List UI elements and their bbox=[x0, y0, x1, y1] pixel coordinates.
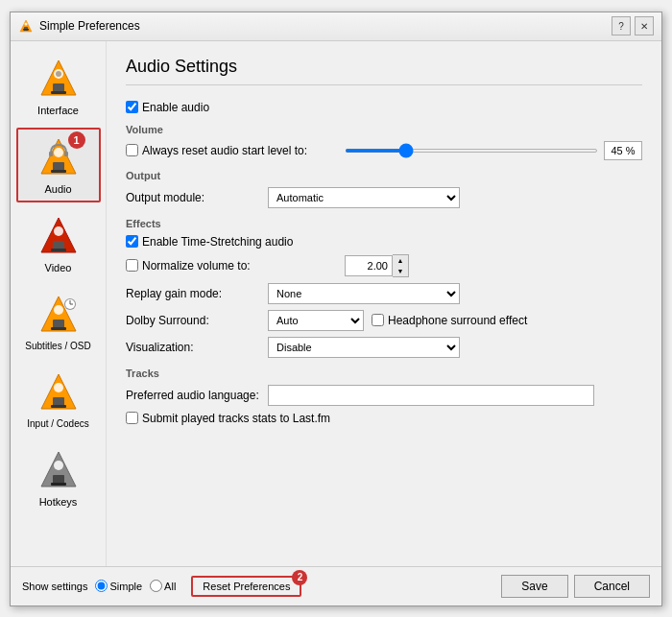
svg-point-30 bbox=[54, 383, 63, 392]
preferred-audio-input[interactable] bbox=[268, 385, 594, 406]
normalize-checkbox[interactable] bbox=[126, 259, 138, 272]
volume-slider-container: 45 % bbox=[345, 141, 642, 160]
time-stretching-label[interactable]: Enable Time-Stretching audio bbox=[126, 235, 293, 249]
normalize-spinbox: ▲ ▼ bbox=[345, 254, 409, 277]
sidebar-video-label: Video bbox=[45, 262, 72, 273]
normalize-label[interactable]: Normalize volume to: bbox=[126, 259, 337, 273]
volume-section: Volume bbox=[126, 124, 642, 135]
show-settings-label: Show settings bbox=[22, 581, 87, 592]
sidebar: Interface 1 Audi bbox=[11, 41, 107, 566]
show-settings: Show settings Simple All Reset Preferenc… bbox=[22, 576, 301, 597]
input-icon bbox=[36, 370, 82, 416]
audio-badge: 1 bbox=[68, 131, 85, 149]
volume-percent: 45 % bbox=[604, 141, 642, 160]
save-button[interactable]: Save bbox=[501, 575, 567, 598]
svg-point-18 bbox=[54, 226, 63, 236]
simple-radio[interactable] bbox=[95, 580, 108, 592]
sidebar-item-input[interactable]: Input / Codecs bbox=[16, 363, 101, 437]
audio-icon-container: 1 bbox=[36, 135, 82, 181]
output-module-label: Output module: bbox=[126, 191, 260, 204]
output-module-row: Output module: Automatic Default DirectS… bbox=[126, 187, 642, 208]
svg-rect-6 bbox=[51, 91, 66, 94]
svg-rect-21 bbox=[51, 327, 66, 330]
dolby-row: Dolby Surround: Auto On Off Headphone su… bbox=[126, 310, 642, 331]
normalize-row: Normalize volume to: ▲ ▼ bbox=[126, 254, 642, 277]
svg-rect-17 bbox=[51, 249, 66, 251]
enable-audio-label[interactable]: Enable audio bbox=[126, 101, 209, 114]
preferred-audio-label: Preferred audio language: bbox=[126, 389, 260, 402]
time-stretching-checkbox[interactable] bbox=[126, 235, 138, 248]
main-window: Simple Preferences ? ✕ Interfa bbox=[10, 12, 662, 606]
submit-stats-label[interactable]: Submit played tracks stats to Last.fm bbox=[126, 412, 330, 425]
submit-stats-checkbox[interactable] bbox=[126, 412, 138, 424]
panel-title: Audio Settings bbox=[126, 57, 642, 85]
sidebar-item-interface[interactable]: Interface bbox=[16, 49, 101, 124]
reset-badge: 2 bbox=[292, 570, 307, 585]
sidebar-input-label: Input / Codecs bbox=[27, 418, 88, 429]
volume-row: Always reset audio start level to: 45 % bbox=[126, 141, 642, 160]
reset-button[interactable]: Reset Preferences 2 bbox=[191, 576, 301, 597]
svg-point-34 bbox=[54, 461, 63, 470]
spinbox-up[interactable]: ▲ bbox=[393, 255, 408, 266]
svg-rect-2 bbox=[23, 29, 29, 31]
app-icon bbox=[18, 18, 34, 34]
sidebar-subtitles-label: Subtitles / OSD bbox=[25, 341, 90, 351]
sidebar-interface-label: Interface bbox=[37, 105, 79, 116]
sidebar-audio-label: Audio bbox=[44, 183, 71, 195]
always-reset-checkbox[interactable] bbox=[126, 144, 138, 156]
spinbox-controls: ▲ ▼ bbox=[393, 254, 409, 277]
output-section: Output bbox=[126, 170, 642, 181]
input-icon-container bbox=[36, 370, 82, 416]
headphone-label[interactable]: Headphone surround effect bbox=[372, 314, 527, 327]
svg-rect-33 bbox=[51, 483, 66, 486]
cancel-button[interactable]: Cancel bbox=[574, 575, 650, 598]
spinbox-down[interactable]: ▼ bbox=[393, 266, 408, 276]
visualization-row: Visualization: Disable Spectrometer Scop… bbox=[126, 337, 642, 358]
all-radio[interactable] bbox=[150, 580, 162, 592]
interface-icon-container bbox=[36, 57, 82, 103]
volume-slider[interactable] bbox=[345, 149, 598, 153]
svg-point-3 bbox=[25, 23, 28, 26]
svg-rect-11 bbox=[51, 170, 66, 173]
headphone-checkbox[interactable] bbox=[372, 314, 384, 326]
subtitles-icon bbox=[36, 293, 82, 339]
content-area: Interface 1 Audi bbox=[11, 41, 661, 566]
help-button[interactable]: ? bbox=[612, 16, 631, 36]
visualization-select[interactable]: Disable Spectrometer Scope Spectrum Vu m… bbox=[268, 337, 460, 358]
visualization-label: Visualization: bbox=[126, 341, 260, 354]
svg-rect-14 bbox=[64, 152, 68, 156]
dolby-label: Dolby Surround: bbox=[126, 314, 260, 327]
video-icon bbox=[36, 214, 82, 260]
radio-group: Simple All bbox=[95, 580, 176, 592]
time-stretching-row: Enable Time-Stretching audio bbox=[126, 235, 642, 249]
sidebar-item-audio[interactable]: 1 Audio bbox=[16, 128, 101, 202]
enable-audio-checkbox[interactable] bbox=[126, 101, 138, 113]
sidebar-item-hotkeys[interactable]: Hotkeys bbox=[16, 440, 101, 515]
svg-point-22 bbox=[54, 305, 63, 315]
sidebar-hotkeys-label: Hotkeys bbox=[39, 496, 78, 508]
interface-icon bbox=[36, 57, 82, 103]
svg-point-8 bbox=[56, 71, 61, 77]
title-bar: Simple Preferences ? ✕ bbox=[11, 12, 661, 41]
bottom-actions: Save Cancel bbox=[501, 575, 650, 598]
effects-section: Effects bbox=[126, 218, 642, 229]
hotkeys-icon bbox=[36, 448, 82, 494]
replay-gain-select[interactable]: None Track Album bbox=[268, 283, 460, 304]
subtitles-icon-container bbox=[36, 293, 82, 339]
always-reset-label[interactable]: Always reset audio start level to: bbox=[126, 144, 337, 157]
preferred-audio-row: Preferred audio language: bbox=[126, 385, 642, 406]
output-module-select[interactable]: Automatic Default DirectSound WaveOut bbox=[268, 187, 460, 208]
dolby-select[interactable]: Auto On Off bbox=[268, 310, 364, 331]
sidebar-item-video[interactable]: Video bbox=[16, 206, 101, 281]
video-icon-container bbox=[36, 214, 82, 260]
hotkeys-icon-container bbox=[36, 448, 82, 494]
sidebar-item-subtitles[interactable]: Subtitles / OSD bbox=[16, 285, 101, 359]
svg-rect-29 bbox=[51, 405, 66, 408]
svg-point-12 bbox=[54, 148, 63, 157]
enable-audio-row: Enable audio bbox=[126, 101, 642, 114]
close-button[interactable]: ✕ bbox=[635, 16, 654, 36]
all-radio-label[interactable]: All bbox=[150, 580, 176, 592]
simple-radio-label[interactable]: Simple bbox=[95, 580, 142, 592]
normalize-input[interactable] bbox=[345, 255, 393, 276]
window-controls: ? ✕ bbox=[612, 16, 654, 36]
